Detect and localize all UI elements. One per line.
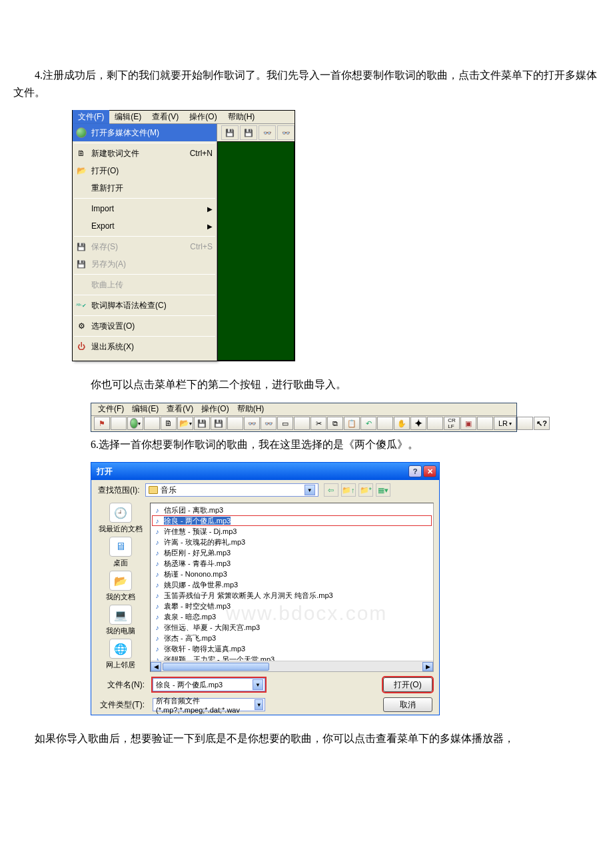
file-item[interactable]: ♪杨臣刚 - 好兄弟.mp3 [152, 547, 432, 558]
menu-export[interactable]: Export ▶ [73, 217, 217, 235]
tb-btn-1[interactable]: ⚑ [94, 417, 110, 430]
file-item[interactable]: ♪张杰 - 高飞.mp3 [152, 633, 432, 643]
menu2-operate[interactable]: 操作(O) [197, 403, 233, 415]
scroll-right-button[interactable]: ▶ [422, 662, 433, 671]
help-button[interactable]: ? [408, 465, 422, 477]
file-item[interactable]: ♪张敬轩 - 吻得太逼真.mp3 [152, 643, 432, 654]
chevron-down-icon: ▼ [253, 679, 263, 690]
toolbar-separator [427, 417, 443, 430]
file-item[interactable]: ♪袁泉 - 暗恋.mp3 [152, 611, 432, 622]
file-item[interactable]: ♪玉笛弄残仙子月 紫箫吹断美人 水月洞天 纯音乐.mp3 [152, 590, 432, 601]
nav-view-button[interactable]: ▦▾ [376, 483, 390, 497]
tb-lr-button[interactable]: LR▾ [494, 417, 516, 430]
find-next-button[interactable] [277, 125, 295, 140]
place-mydocs-label: 我的文档 [106, 592, 135, 602]
scroll-thumb[interactable] [163, 663, 269, 671]
close-button[interactable]: ✕ [423, 465, 436, 477]
scroll-left-button[interactable]: ◀ [151, 662, 161, 671]
globe-icon [130, 418, 138, 429]
place-netplaces[interactable]: 🌐 网上邻居 [106, 639, 135, 670]
blank-icon [75, 203, 87, 215]
tb-btn-c[interactable]: ⯌ [410, 417, 426, 430]
scroll-track[interactable] [161, 663, 422, 671]
saveas-button[interactable] [240, 125, 257, 140]
menu-reopen-label: 重新打开 [91, 183, 213, 194]
menu-exit[interactable]: 退出系统(X) [73, 338, 217, 355]
filename-combo[interactable]: 徐良 - 两个傻瓜.mp3 ▼ [153, 678, 265, 691]
cancel-button[interactable]: 取消 [383, 697, 432, 712]
file-item[interactable]: ♪许佳慧 - 预谋 - Dj.mp3 [152, 526, 432, 537]
menu-help[interactable]: 帮助(H) [223, 110, 261, 124]
place-mydocs[interactable]: 📂 我的文档 [106, 571, 135, 602]
menu2-view[interactable]: 查看(V) [163, 403, 197, 415]
file-list[interactable]: ♪信乐团 - 离歌.mp3♪徐良 - 两个傻瓜.mp3♪许佳慧 - 预谋 - D… [150, 503, 434, 672]
tb-saveas-button[interactable] [211, 417, 227, 430]
tb-save-button[interactable] [194, 417, 210, 430]
tb-help-button[interactable]: ↖? [534, 417, 550, 430]
file-item[interactable]: ♪袁攀 - 时空交错.mp3 [152, 601, 432, 611]
paragraph-3: 6.选择一首你想要制作歌词的歌曲，我在这里选择的是《两个傻瓜》。 [0, 436, 613, 453]
folder-icon [149, 486, 158, 494]
file-name: 杨丞琳 - 青春斗.mp3 [164, 559, 231, 567]
tb-btn-d[interactable]: ▣ [460, 417, 476, 430]
tb-find-button[interactable] [244, 417, 260, 430]
nav-icons: ⇦ 📁↑ 📁* ▦▾ [324, 483, 390, 497]
tb-copy-button[interactable]: ⧉ [327, 417, 343, 430]
menu-new-lyric[interactable]: 新建歌词文件 Ctrl+N [73, 145, 217, 162]
file-item[interactable]: ♪姚贝娜 - 战争世界.mp3 [152, 579, 432, 590]
place-mycomp[interactable]: 💻 我的电脑 [106, 605, 135, 636]
menu2-edit[interactable]: 编辑(E) [128, 403, 163, 415]
new-folder-icon: 📁* [360, 486, 372, 495]
tb-findnext-button[interactable] [261, 417, 277, 430]
tb-open-button[interactable]: ▾ [177, 417, 193, 430]
tb-btn-a[interactable]: ▭ [277, 417, 293, 430]
blank-icon [75, 220, 87, 232]
horizontal-scrollbar[interactable]: ◀ ▶ [151, 661, 433, 671]
save-icon [197, 419, 207, 428]
menu2-file[interactable]: 文件(F) [94, 403, 128, 415]
menu-options[interactable]: 选项设置(O) [73, 317, 217, 335]
tb-undo-button[interactable]: ↶ [360, 417, 376, 430]
tb-paste-button[interactable]: 📋 [344, 417, 360, 430]
file-item[interactable]: ♪信乐团 - 离歌.mp3 [152, 505, 432, 515]
place-desktop[interactable]: 🖥 桌面 [109, 537, 132, 568]
nav-up-button[interactable]: 📁↑ [341, 483, 356, 497]
filename-label: 文件名(N): [98, 679, 147, 691]
lookin-combo[interactable]: 音乐 ▼ [145, 483, 318, 497]
tb-btn-b[interactable]: ✋ [394, 417, 410, 430]
tb-open-media-button[interactable]: ▾ [127, 417, 143, 430]
menu-view[interactable]: 查看(V) [147, 110, 184, 124]
file-item[interactable]: ♪杨谨 - Nonono.mp3 [152, 569, 432, 579]
saveas-icon [75, 258, 87, 270]
menu-syntax-check[interactable]: 歌词脚本语法检查(C) [73, 297, 217, 314]
submenu-arrow-icon: ▶ [207, 205, 213, 213]
menu-open-media[interactable]: 打开多媒体文件(M) [73, 124, 217, 141]
place-recent[interactable]: 🕘 我最近的文档 [99, 503, 143, 534]
menu-file[interactable]: 文件(F) [73, 110, 109, 124]
nav-back-button[interactable]: ⇦ [324, 483, 338, 497]
tb-cut-button[interactable]: ✂ [310, 417, 326, 430]
save-button[interactable] [221, 125, 239, 140]
find-button[interactable] [259, 125, 276, 140]
editor-area [217, 141, 295, 361]
menu2-help[interactable]: 帮助(H) [233, 403, 269, 415]
tb-crlf-button[interactable]: CRLF [444, 417, 460, 430]
tb-new-button[interactable] [161, 417, 177, 430]
menu-import[interactable]: Import ▶ [73, 200, 217, 217]
file-item[interactable]: ♪许嵩 - 玫瑰花的葬礼.mp3 [152, 537, 432, 547]
file-item[interactable]: ♪徐良 - 两个傻瓜.mp3 [152, 515, 432, 526]
file-item[interactable]: ♪张恒远、毕夏 - 大闹天宫.mp3 [152, 622, 432, 633]
menu-open[interactable]: 打开(O) [73, 162, 217, 179]
open-button[interactable]: 打开(O) [383, 677, 432, 692]
blank-icon [75, 182, 87, 194]
place-recent-label: 我最近的文档 [99, 524, 143, 534]
filetype-combo[interactable]: 所有音频文件(*.mp?;*.mpeg;*.dat;*.wav ▼ [153, 698, 265, 711]
nav-newfolder-button[interactable]: 📁* [358, 483, 373, 497]
screenshot-toolbar: 文件(F) 编辑(E) 查看(V) 操作(O) 帮助(H) ⚑ ▾ ▾ ▭ ✂ … [91, 403, 517, 432]
menu-operate[interactable]: 操作(O) [184, 110, 222, 124]
file-item[interactable]: ♪杨丞琳 - 青春斗.mp3 [152, 558, 432, 569]
separator [74, 143, 215, 143]
menu-edit[interactable]: 编辑(E) [109, 110, 147, 124]
menu-options-label: 选项设置(O) [91, 321, 213, 332]
menu-reopen[interactable]: 重新打开 [73, 179, 217, 197]
